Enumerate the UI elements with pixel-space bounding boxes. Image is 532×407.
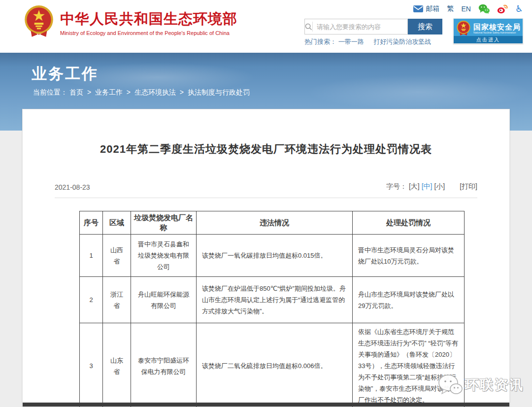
site-subtitle: Ministry of Ecology and Environment of t… xyxy=(60,30,237,36)
traditional-label: 繁 xyxy=(447,4,454,13)
col-header-penalty: 处理处罚情况 xyxy=(353,211,465,235)
cell-region: 山东省 xyxy=(103,323,131,407)
traditional-chinese-link[interactable]: 繁 xyxy=(447,4,454,13)
nuclear-badge-subtitle: National Nuclear Safety Administration xyxy=(473,31,517,34)
nuclear-badge-title: 国家核安全局 xyxy=(473,23,521,32)
search-input[interactable] xyxy=(313,23,407,31)
footer-strip xyxy=(23,403,509,407)
table-row: 3 山东省 泰安市宁阳盛运环保电力有限公司 该焚烧厂二氧化硫排放日均值超标0.0… xyxy=(80,323,465,407)
cell-penalty: 依据《山东省生态环境厅关于规范生态环境违法行为“不罚” “轻罚”等有关事项的通知… xyxy=(353,323,465,407)
cell-violation: 该焚烧厂在炉温低于850℃“烘炉”期间投加垃圾。舟山市生态环境局认定上述行为属于… xyxy=(197,277,353,323)
site-brand[interactable]: 中华人民共和国生态环境部 Ministry of Ecology and Env… xyxy=(24,4,237,40)
accessibility-icon: ♿ xyxy=(515,4,523,13)
search-button[interactable]: 搜索 xyxy=(408,19,442,34)
breadcrumb-label: 当前位置： xyxy=(33,88,67,96)
accessibility-link[interactable]: ♿ xyxy=(515,4,523,13)
table-row: 1 山西省 晋中市灵石县鑫和垃圾焚烧发电有限公司 该焚烧厂一氧化碳排放日均值超标… xyxy=(80,235,465,277)
col-header-index: 序号 xyxy=(80,211,103,235)
wechat-link[interactable] xyxy=(478,4,490,14)
cell-region: 山西省 xyxy=(103,235,131,277)
cell-index: 3 xyxy=(80,323,103,407)
site-title: 中华人民共和国生态环境部 xyxy=(60,11,237,27)
article-title: 2021年第二季度生活垃圾焚烧发电厂环境违法行为处理处罚情况表 xyxy=(23,109,509,157)
breadcrumb-sep: > xyxy=(180,88,184,96)
cell-violation: 该焚烧厂一氧化碳排放日均值超标0.015倍。 xyxy=(197,235,353,277)
article-meta-row: 2021-08-23 字号： [大] [中] [小] [打印] xyxy=(23,182,509,191)
english-label: EN xyxy=(461,5,470,13)
cell-index: 1 xyxy=(80,235,103,277)
section-title: 业务工作 xyxy=(32,64,99,84)
hot-search-link-pollution[interactable]: 打好污染防治攻坚战 xyxy=(373,38,431,45)
cell-violation: 该焚烧厂二氧化硫排放日均值超标0.006倍。 xyxy=(197,323,353,407)
utility-bar: 邮箱 繁 EN xyxy=(413,4,523,14)
breadcrumb: 当前位置：首页 > 业务工作 > 生态环境执法 > 执法制度与行政处罚 xyxy=(32,88,251,97)
brand-text: 中华人民共和国生态环境部 Ministry of Ecology and Env… xyxy=(60,4,237,36)
breadcrumb-home[interactable]: 首页 xyxy=(69,88,83,96)
cell-region: 浙江省 xyxy=(103,277,131,323)
font-size-medium-button[interactable]: [中] xyxy=(422,182,432,191)
national-emblem-icon xyxy=(24,4,54,40)
breadcrumb-sep: > xyxy=(127,88,131,96)
cell-penalty: 舟山市生态环境局对该焚烧厂处以29万元罚款。 xyxy=(353,277,465,323)
hot-search-link-belt-road[interactable]: 一带一路 xyxy=(338,38,364,45)
nuclear-badge-text: 国家核安全局 National Nuclear Safety Administr… xyxy=(473,23,521,34)
wechat-icon xyxy=(478,4,490,14)
cell-plant: 舟山旺能环保能源有限公司 xyxy=(131,277,197,323)
weibo-icon xyxy=(497,4,508,14)
nuclear-safety-badge[interactable]: 国家核安全局 National Nuclear Safety Administr… xyxy=(453,18,523,44)
nuclear-badge-top: 国家核安全局 National Nuclear Safety Administr… xyxy=(454,19,523,37)
english-link[interactable]: EN xyxy=(461,5,470,13)
cell-index: 2 xyxy=(80,277,103,323)
col-header-plant: 垃圾焚烧发电厂名称 xyxy=(131,211,197,235)
meta-divider xyxy=(55,198,477,198)
site-header: 中华人民共和国生态环境部 Ministry of Ecology and Env… xyxy=(0,0,532,53)
breadcrumb-penalty[interactable]: 执法制度与行政处罚 xyxy=(188,88,250,96)
weibo-link[interactable] xyxy=(497,4,508,14)
font-size-large-button[interactable]: [大] xyxy=(409,182,420,191)
col-header-violation: 违法情况 xyxy=(197,211,353,235)
search-box xyxy=(304,19,408,34)
col-header-region: 区域 xyxy=(103,211,131,235)
search-icon xyxy=(305,22,313,32)
font-size-small-button[interactable]: [小] xyxy=(434,182,445,191)
article-card: 2021年第二季度生活垃圾焚烧发电厂环境违法行为处理处罚情况表 2021-08-… xyxy=(22,109,510,407)
penalty-table: 序号 区域 垃圾焚烧发电厂名称 违法情况 处理处罚情况 1 山西省 晋中市灵石县… xyxy=(79,211,465,407)
table-header-row: 序号 区域 垃圾焚烧发电厂名称 违法情况 处理处罚情况 xyxy=(80,211,465,235)
font-size-controls: 字号： [大] [中] [小] [打印] xyxy=(386,182,477,191)
mail-label: 邮箱 xyxy=(426,4,439,13)
print-button[interactable]: [打印] xyxy=(460,182,477,191)
nuclear-badge-enter-button[interactable]: 点击进入 xyxy=(454,36,523,43)
search-area: 搜索 xyxy=(304,19,442,34)
hot-search-row: 热门搜索： 一带一路 打好污染防治攻坚战 xyxy=(304,37,439,46)
font-size-label: 字号： xyxy=(386,182,407,191)
cell-plant: 泰安市宁阳盛运环保电力有限公司 xyxy=(131,323,197,407)
hot-search-label: 热门搜索： xyxy=(304,38,336,45)
mail-link[interactable]: 邮箱 xyxy=(413,4,439,13)
cell-plant: 晋中市灵石县鑫和垃圾焚烧发电有限公司 xyxy=(131,235,197,277)
page-root: 中华人民共和国生态环境部 Ministry of Ecology and Env… xyxy=(0,0,532,407)
cell-penalty: 晋中市生态环境局灵石分局对该焚烧厂处以10万元罚款。 xyxy=(353,235,465,277)
breadcrumb-enforcement[interactable]: 生态环境执法 xyxy=(134,88,176,96)
table-row: 2 浙江省 舟山旺能环保能源有限公司 该焚烧厂在炉温低于850℃“烘炉”期间投加… xyxy=(80,277,465,323)
article-date: 2021-08-23 xyxy=(55,183,90,191)
nuclear-badge-emblem-icon xyxy=(456,20,471,37)
breadcrumb-business[interactable]: 业务工作 xyxy=(95,88,123,96)
envelope-icon xyxy=(413,5,423,12)
breadcrumb-sep: > xyxy=(87,88,91,96)
